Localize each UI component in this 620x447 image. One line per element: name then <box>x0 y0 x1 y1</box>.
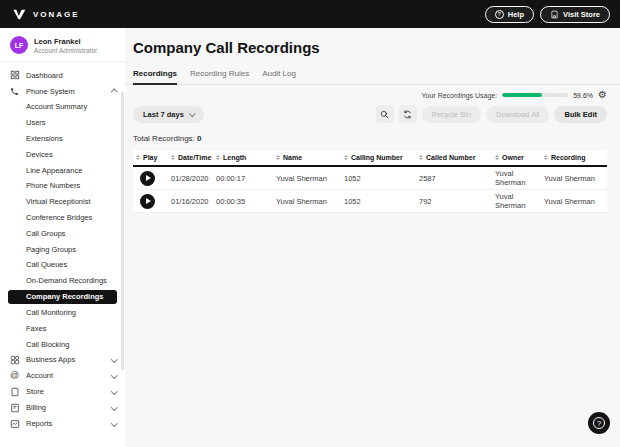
usage-progress-fill <box>502 93 541 97</box>
cell-called-number: 792 <box>419 197 495 206</box>
column-header-length[interactable]: Length <box>216 154 276 161</box>
store-icon <box>9 386 20 397</box>
download-all-button[interactable]: Download All <box>486 106 549 123</box>
user-panel[interactable]: LF Leon Frankel Account Administrator <box>0 28 125 62</box>
cell-length: 00:00:35 <box>216 197 276 206</box>
sidebar-item-phone-system[interactable]: Phone System <box>0 83 125 99</box>
sidebar-item-faxes[interactable]: Faxes <box>0 320 125 336</box>
dashboard-icon <box>9 70 20 81</box>
sidebar-item-dashboard[interactable]: Dashboard <box>0 67 125 83</box>
search-button[interactable] <box>376 105 394 123</box>
chevron-down-icon <box>111 388 117 394</box>
sort-icon <box>136 155 140 161</box>
recycle-bin-button[interactable]: Recycle Bin <box>422 106 482 123</box>
question-mark-icon: ? <box>593 417 605 429</box>
total-recordings-label: Total Recordings: <box>133 134 195 143</box>
chevron-down-icon <box>111 372 117 378</box>
total-recordings-value: 0 <box>197 134 201 143</box>
column-header-date-time[interactable]: Date/Time <box>171 154 216 161</box>
play-button[interactable] <box>140 194 155 209</box>
play-icon <box>146 175 151 181</box>
usage-percent: 59.6% <box>573 92 593 99</box>
sidebar-item-call-monitoring[interactable]: Call Monitoring <box>0 305 125 321</box>
sidebar-item-phone-numbers[interactable]: Phone Numbers <box>0 178 125 194</box>
sidebar-item-label: Billing <box>26 403 112 412</box>
sort-icon <box>419 155 423 161</box>
sidebar-item-call-blocking[interactable]: Call Blocking <box>0 336 125 352</box>
sidebar-item-virtual-receptionist[interactable]: Virtual Receptionist <box>0 194 125 210</box>
sidebar-item-label: Reports <box>26 419 112 428</box>
column-header-name[interactable]: Name <box>276 154 344 161</box>
sort-icon <box>171 155 175 161</box>
billing-icon <box>9 402 20 413</box>
sidebar-item-billing[interactable]: Billing <box>0 400 125 416</box>
cell-owner: Yuval Sherman <box>495 192 544 210</box>
refresh-button[interactable] <box>399 105 417 123</box>
column-header-calling-number[interactable]: Calling Number <box>344 154 419 161</box>
account-at-icon: @ <box>9 370 20 381</box>
sidebar-item-reports[interactable]: Reports <box>0 416 125 432</box>
main-content: Company Call Recordings Recordings Recor… <box>125 28 620 447</box>
table-row: 01/16/2020 00:00:35 Yuval Sherman 1052 7… <box>133 190 607 213</box>
column-header-owner[interactable]: Owner <box>495 154 544 161</box>
sidebar-item-users[interactable]: Users <box>0 115 125 131</box>
chevron-up-icon <box>111 89 117 95</box>
chevron-down-icon <box>111 420 117 426</box>
tab-recordings[interactable]: Recordings <box>133 69 177 85</box>
sidebar-item-devices[interactable]: Devices <box>0 146 125 162</box>
user-role: Account Administrator <box>34 47 97 54</box>
sidebar: LF Leon Frankel Account Administrator Da… <box>0 28 125 447</box>
sort-icon <box>344 155 348 161</box>
tab-recording-rules[interactable]: Recording Rules <box>190 69 249 84</box>
sidebar-item-call-groups[interactable]: Call Groups <box>0 225 125 241</box>
cell-length: 00:00:17 <box>216 174 276 183</box>
top-bar: VONAGE ? Help Visit Store <box>0 0 620 28</box>
sidebar-item-extensions[interactable]: Extensions <box>0 131 125 147</box>
reports-icon <box>9 418 20 429</box>
sidebar-item-store[interactable]: Store <box>0 384 125 400</box>
avatar: LF <box>10 36 28 54</box>
date-filter-label: Last 7 days <box>143 110 184 119</box>
cell-calling-number: 1052 <box>344 174 419 183</box>
sidebar-item-account-summary[interactable]: Account Summary <box>0 99 125 115</box>
sidebar-item-account[interactable]: @ Account <box>0 368 125 384</box>
cell-date-time: 01/28/2020 <box>171 174 216 183</box>
usage-progress-bar <box>502 93 568 97</box>
visit-store-label: Visit Store <box>563 10 600 19</box>
sort-icon <box>216 155 220 161</box>
sidebar-item-label: Dashboard <box>26 71 116 80</box>
chevron-down-icon <box>111 404 117 410</box>
sidebar-item-company-recordings[interactable]: Company Recordings <box>8 290 117 304</box>
sidebar-item-on-demand-recordings[interactable]: On-Demand Recordings <box>0 273 125 289</box>
play-icon <box>146 198 151 204</box>
chevron-down-icon <box>189 110 195 116</box>
sidebar-item-conference-bridges[interactable]: Conference Bridges <box>0 210 125 226</box>
column-header-play[interactable]: Play <box>136 154 171 161</box>
bulk-edit-button[interactable]: Bulk Edit <box>554 106 607 123</box>
help-button[interactable]: ? Help <box>485 6 534 23</box>
tab-audit-log[interactable]: Audit Log <box>262 69 296 84</box>
sidebar-item-business-apps[interactable]: Business Apps <box>0 352 125 368</box>
floating-help-button[interactable]: ? <box>588 412 610 434</box>
settings-gear-icon[interactable]: ⚙ <box>598 90 607 100</box>
phone-icon <box>9 86 20 97</box>
sidebar-item-line-appearance[interactable]: Line Appearance <box>0 162 125 178</box>
cell-calling-number: 1052 <box>344 197 419 206</box>
sort-icon <box>276 155 280 161</box>
user-name: Leon Frankel <box>34 37 97 46</box>
cell-called-number: 2587 <box>419 174 495 183</box>
date-filter-dropdown[interactable]: Last 7 days <box>133 106 204 123</box>
play-button[interactable] <box>140 171 155 186</box>
refresh-icon <box>402 109 413 120</box>
sidebar-item-paging-groups[interactable]: Paging Groups <box>0 241 125 257</box>
business-apps-icon <box>9 354 20 365</box>
sidebar-scrollbar[interactable] <box>121 92 124 370</box>
visit-store-button[interactable]: Visit Store <box>540 6 610 23</box>
recordings-usage: Your Recordings Usage: 59.6% ⚙ <box>133 90 607 100</box>
total-recordings: Total Recordings: 0 <box>133 134 607 143</box>
column-header-called-number[interactable]: Called Number <box>419 154 495 161</box>
cell-name: Yuval Sherman <box>276 197 344 206</box>
cell-owner: Yuval Sherman <box>495 169 544 187</box>
sidebar-item-call-queues[interactable]: Call Queues <box>0 257 125 273</box>
column-header-recording[interactable]: Recording <box>544 154 604 161</box>
